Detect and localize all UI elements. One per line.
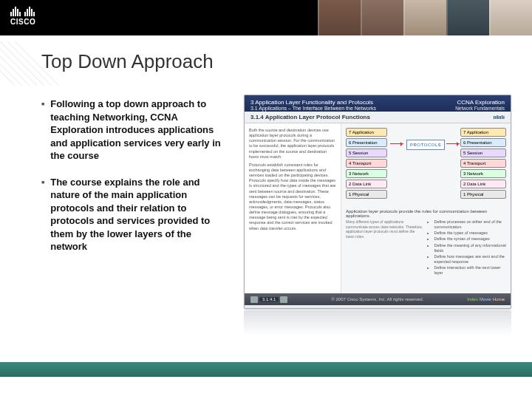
svg-line-1 <box>0 49 37 86</box>
titlebar-heading: 3 Application Layer Functionality and Pr… <box>250 99 376 106</box>
bullet-list: Following a top down approach to teachin… <box>41 98 226 267</box>
body-para: Both the source and destination devices … <box>249 128 336 160</box>
diagram-lower: Many different types of applications com… <box>346 219 506 276</box>
cisco-logo-text: CISCO <box>10 18 35 26</box>
osi-layer: 5 Session <box>460 149 506 157</box>
footer-link[interactable]: Home <box>493 297 505 301</box>
top-banner: CISCO <box>0 0 532 35</box>
bullet-text: The course explains the role and nature … <box>50 176 226 253</box>
app-window: 3 Application Layer Functionality and Pr… <box>244 95 511 309</box>
svg-line-0 <box>0 41 44 86</box>
osi-layer: 4 Transport <box>346 159 387 168</box>
section-heading: 3.1.4 Application Layer Protocol Functio… <box>250 114 370 120</box>
arrow-icon <box>390 143 403 144</box>
osi-layer: 1 Physical <box>346 190 387 199</box>
slide-title: Top Down Approach <box>41 50 214 73</box>
cisco-mini-logo-icon: ıılıılı <box>493 114 505 120</box>
titlebar-course: CCNA Exploration <box>455 99 505 106</box>
prev-button-icon[interactable] <box>250 296 258 303</box>
next-button-icon[interactable] <box>280 296 287 303</box>
rule-item: Define the types of messages <box>434 231 507 236</box>
slide: CISCO Top Down Approach Following a top … <box>0 0 532 399</box>
svg-line-2 <box>0 56 30 86</box>
osi-layer: 5 Session <box>346 149 387 157</box>
osi-stack-right: 7 Application 6 Presentation 5 Session 4… <box>460 128 506 199</box>
osi-layer: 6 Presentation <box>346 138 387 147</box>
osi-layer: 1 Physical <box>460 190 506 199</box>
osi-layer: 7 Application <box>346 128 387 137</box>
titlebar-subheading: 3.1 Applications – The Interface Between… <box>250 106 376 111</box>
diagram-column: 7 Application 6 Presentation 5 Session 4… <box>341 123 511 293</box>
cisco-logo: CISCO <box>10 6 35 26</box>
cisco-logo-bars-icon <box>10 6 35 16</box>
osi-layer: 3 Network <box>346 169 387 178</box>
diagram-caption: Application layer protocols provide the … <box>346 209 506 218</box>
arrow-icon <box>446 143 460 144</box>
osi-layer: 4 Transport <box>460 159 506 168</box>
bottom-accent-bar <box>0 362 532 377</box>
rule-item: Define processes on either end of the co… <box>434 219 507 230</box>
rule-item: Define interaction with the next lower l… <box>434 265 507 276</box>
page-indicator: 3.1.4.1 <box>259 297 279 301</box>
rule-item: Define how messages are sent and the exp… <box>434 254 507 265</box>
app-subbar: 3.1.4 Application Layer Protocol Functio… <box>245 112 511 123</box>
footer-link[interactable]: Index <box>467 297 478 301</box>
body-para: Protocols establish consistent rules for… <box>249 163 336 231</box>
rule-item: Define the meaning of any informational … <box>434 243 507 253</box>
footer-nav: 3.1.4.1 <box>250 296 287 303</box>
bullet-item: The course explains the role and nature … <box>41 176 226 253</box>
reflection-decoration <box>244 310 511 335</box>
embedded-screenshot: 3 Application Layer Functionality and Pr… <box>244 95 511 338</box>
osi-layer: 7 Application <box>460 128 506 137</box>
svg-line-4 <box>0 71 15 86</box>
body-text-column: Both the source and destination devices … <box>245 123 341 293</box>
osi-layer: 2 Data Link <box>346 180 387 188</box>
titlebar-course-sub: Network Fundamentals <box>455 106 505 111</box>
lower-right-box: Define processes on either end of the co… <box>429 219 507 276</box>
lower-left-box: Many different types of applications com… <box>346 219 424 276</box>
app-titlebar: 3 Application Layer Functionality and Pr… <box>245 95 511 112</box>
footer-links: Index Movie Home <box>467 297 505 301</box>
banner-people-image <box>318 0 532 35</box>
rule-item: Define the syntax of messages <box>434 236 507 242</box>
bullet-text: Following a top down approach to teachin… <box>50 98 226 163</box>
footer-link[interactable]: Movie <box>480 297 491 301</box>
osi-stack-left: 7 Application 6 Presentation 5 Session 4… <box>346 128 387 199</box>
svg-line-3 <box>0 64 22 86</box>
osi-layer: 3 Network <box>460 169 506 178</box>
app-footer: 3.1.4.1 © 2007 Cisco Systems, Inc. All r… <box>245 293 511 305</box>
bullet-item: Following a top down approach to teachin… <box>41 98 226 163</box>
osi-layer: 6 Presentation <box>460 138 506 147</box>
protocols-box: PROTOCOLS <box>406 140 445 150</box>
app-body: Both the source and destination devices … <box>245 123 511 293</box>
osi-layer: 2 Data Link <box>460 180 506 188</box>
footer-legal: © 2007 Cisco Systems, Inc. All rights re… <box>331 297 423 301</box>
